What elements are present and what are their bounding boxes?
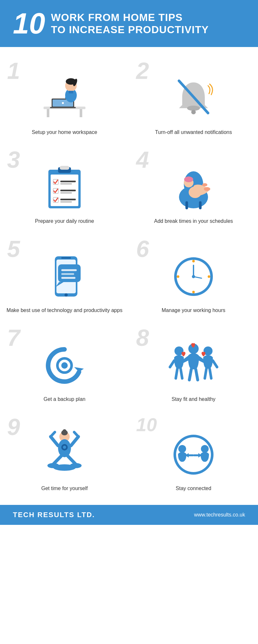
svg-point-51 [192, 260, 195, 262]
tip-2-icon [168, 73, 219, 124]
svg-point-38 [204, 187, 210, 191]
tip-3-icon [39, 162, 90, 213]
svg-rect-25 [60, 192, 72, 194]
svg-point-53 [192, 291, 195, 293]
svg-rect-48 [61, 277, 75, 279]
header-big-number: 10 [13, 9, 45, 38]
svg-line-85 [74, 432, 78, 437]
tip-4: 4 [129, 142, 258, 231]
tip-3: 3 [0, 142, 129, 231]
svg-line-83 [51, 432, 55, 437]
svg-line-70 [210, 369, 211, 378]
tip-3-label: Prepare your daily routine [35, 218, 94, 225]
svg-rect-1 [47, 109, 49, 117]
tip-5-label: Make best use of technology and producti… [6, 307, 122, 314]
svg-point-42 [64, 293, 68, 297]
svg-line-75 [196, 369, 198, 380]
tip-4-number: 4 [136, 148, 149, 171]
tip-2-label: Turn-off all unwanted notifications [155, 129, 232, 136]
tip-9-icon [39, 429, 90, 480]
svg-rect-32 [199, 201, 202, 209]
header-line2: To Increase Productivity [51, 24, 209, 36]
svg-rect-5 [50, 107, 76, 108]
tip-8-label: Stay fit and healthy [172, 396, 215, 403]
svg-rect-46 [61, 269, 77, 271]
svg-rect-2 [80, 109, 82, 117]
svg-rect-11 [69, 91, 73, 93]
tip-1: 1 [0, 53, 129, 142]
tip-5-icon [39, 251, 90, 302]
svg-line-86 [53, 456, 61, 464]
tip-10: 10 Stay conn [129, 410, 258, 498]
svg-point-52 [208, 275, 210, 278]
svg-point-81 [63, 446, 66, 449]
svg-point-35 [184, 176, 193, 182]
svg-point-6 [62, 102, 64, 104]
svg-line-69 [205, 369, 206, 378]
tip-7-label: Get a backup plan [44, 396, 85, 403]
svg-point-57 [192, 275, 195, 278]
svg-line-67 [213, 361, 217, 367]
svg-line-62 [170, 361, 174, 367]
tip-10-label: Stay connected [176, 485, 211, 492]
svg-rect-47 [61, 273, 74, 275]
header: 10 Work From Home Tips To Increase Produ… [0, 0, 258, 47]
tip-7-icon [39, 340, 90, 391]
svg-line-82 [51, 437, 58, 446]
tip-3-number: 3 [7, 148, 20, 171]
svg-rect-28 [60, 201, 72, 203]
tip-9: 9 [0, 410, 129, 498]
svg-point-93 [178, 445, 186, 453]
svg-rect-21 [60, 181, 76, 182]
svg-rect-27 [60, 199, 76, 200]
svg-rect-24 [60, 190, 76, 191]
tip-8-icon [168, 340, 219, 391]
svg-point-60 [61, 362, 68, 369]
tip-6-label: Manage your working hours [162, 307, 225, 314]
tip-9-number: 9 [7, 415, 20, 439]
svg-point-39 [202, 183, 207, 186]
svg-point-54 [177, 275, 179, 278]
svg-point-78 [63, 429, 66, 433]
tip-1-label: Setup your home workspace [32, 129, 97, 136]
tip-5: 5 Make best use of technology and produ [0, 232, 129, 320]
footer-url: www.techresults.co.uk [194, 512, 245, 518]
svg-line-74 [189, 369, 191, 380]
svg-rect-43 [61, 257, 71, 259]
svg-line-84 [71, 437, 78, 446]
svg-point-14 [191, 110, 196, 114]
tip-2-number: 2 [136, 59, 149, 82]
tip-7: 7 Get a backup plan [0, 320, 129, 409]
tip-10-icon [168, 429, 219, 480]
tip-8-number: 8 [136, 326, 149, 349]
tip-1-icon [39, 73, 90, 124]
svg-line-88 [68, 456, 76, 464]
footer: Tech Results Ltd. www.techresults.co.uk [0, 505, 258, 525]
svg-rect-18 [60, 166, 69, 170]
header-line1: Work From Home Tips [51, 11, 209, 24]
tip-4-icon [168, 162, 219, 213]
svg-point-96 [201, 445, 209, 453]
tip-7-number: 7 [7, 326, 20, 349]
svg-rect-22 [60, 183, 72, 185]
tip-6: 6 Manage your working hours [129, 232, 258, 320]
svg-line-64 [176, 369, 177, 378]
tip-9-label: Get time for yourself [41, 485, 88, 492]
tip-4-label: Add break times in your schedules [154, 218, 233, 225]
tip-8: 8 [129, 320, 258, 409]
svg-line-65 [181, 369, 182, 378]
svg-marker-58 [74, 367, 84, 372]
tip-10-number: 10 [136, 415, 157, 434]
tips-grid: 1 [0, 47, 258, 505]
tip-6-number: 6 [136, 237, 149, 260]
footer-brand: Tech Results Ltd. [13, 511, 95, 519]
svg-point-90 [53, 464, 76, 471]
tip-2: 2 Turn-off all unwanted notifications [129, 53, 258, 142]
svg-rect-31 [185, 201, 188, 209]
tip-6-icon [168, 251, 219, 302]
tip-5-number: 5 [7, 237, 20, 260]
tip-1-number: 1 [7, 59, 20, 82]
